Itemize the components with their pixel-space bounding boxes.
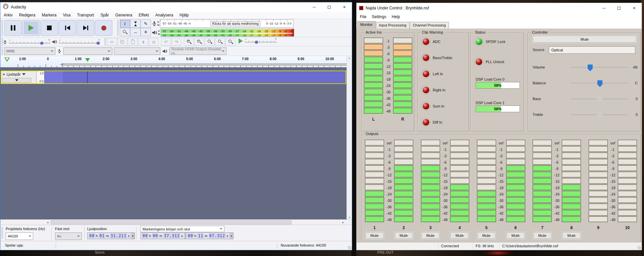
maximize-button[interactable] [611, 3, 627, 13]
slider-thumb[interactable] [255, 41, 258, 44]
menu-arkiv[interactable]: Arkiv [4, 13, 13, 17]
mute-button-channel-6[interactable]: Mute [506, 232, 525, 239]
time-digits[interactable]: 00 [142, 233, 149, 239]
toolbar-grabber[interactable] [1, 227, 3, 239]
timeline-pin-icon[interactable] [4, 57, 10, 62]
selection-start-value[interactable]: 00h00m37.312s▾ [141, 232, 188, 239]
redo-button[interactable]: ↷ [171, 38, 181, 46]
stop-button[interactable] [41, 20, 58, 36]
time-format-dropdown-icon[interactable]: ▾ [229, 233, 233, 239]
menu-settings[interactable]: Settings [372, 14, 386, 19]
multi-tool-button[interactable]: ✳ [141, 28, 151, 36]
balance-slider[interactable] [571, 83, 628, 84]
envelope-tool-button[interactable] [130, 19, 141, 28]
horizontal-scrollbar[interactable]: ◄ ► [0, 219, 352, 225]
slider-thumb[interactable] [97, 42, 100, 45]
project-rate-select[interactable]: 44100 [6, 232, 33, 240]
menu-generera[interactable]: Generera [115, 13, 132, 17]
time-digits[interactable]: 11 [197, 233, 204, 239]
close-button[interactable]: ✕ [337, 2, 352, 12]
track-close-icon[interactable]: ✕ [2, 73, 5, 76]
track-menu-icon[interactable] [22, 73, 25, 75]
toolbar-grabber[interactable] [1, 20, 3, 36]
audio-position-value[interactable]: 00h01m31.211s▾ [87, 232, 135, 239]
tab-channel-processing[interactable]: Channel Processing [410, 22, 449, 29]
recording-volume-slider[interactable]: − + [9, 39, 50, 45]
time-format-dropdown-icon[interactable]: ▾ [131, 233, 135, 239]
time-digits[interactable]: 00 [187, 233, 194, 239]
recording-channels-select[interactable] [114, 47, 160, 55]
time-digits[interactable]: 00 [152, 233, 159, 239]
zoom-tool-button[interactable] [120, 28, 130, 36]
resize-grip[interactable] [638, 246, 641, 249]
mute-button-channel-7[interactable]: Mute [533, 232, 551, 239]
selection-end-value[interactable]: 00h11m07.312s▾ [186, 232, 233, 239]
vertical-scrollbar[interactable]: ▲ ▼ [346, 56, 352, 219]
snap-to-select[interactable]: Av [55, 232, 82, 240]
copy-button[interactable] [117, 38, 127, 46]
audio-host-select[interactable]: MME [4, 47, 55, 55]
silence-audio-button[interactable]: |--| [149, 38, 159, 46]
time-digits[interactable]: 37.312 [163, 233, 181, 239]
master-mute-button[interactable]: Mute [533, 36, 637, 43]
paste-button[interactable] [128, 38, 138, 46]
mute-button-channel-8[interactable]: Mute [562, 232, 581, 239]
minimize-button[interactable] [596, 3, 611, 13]
treble-slider[interactable] [571, 114, 628, 115]
record-button[interactable] [95, 20, 112, 36]
menu-redigera[interactable]: Redigera [19, 13, 36, 17]
time-digits[interactable]: 01 [99, 233, 105, 239]
playback-speed-slider[interactable]: − + [245, 38, 277, 44]
mute-button-channel-5[interactable]: Mute [477, 232, 495, 239]
mute-button-channel-3[interactable]: Mute [421, 232, 439, 239]
menu-markera[interactable]: Markera [42, 13, 56, 17]
timeline-ruler[interactable]: 1:0001:002:003:004:005:006:007:008:009:0… [0, 56, 346, 68]
menu-transport[interactable]: Transport [77, 13, 94, 17]
skip-to-end-button[interactable] [77, 20, 94, 36]
scroll-down-icon[interactable]: ▼ [348, 216, 351, 219]
scroll-right-icon[interactable]: ► [340, 220, 346, 225]
time-digits[interactable]: 31.211 [110, 233, 127, 239]
cut-button[interactable]: ✂ [107, 38, 117, 46]
mute-button-channel-1[interactable]: Mute [366, 232, 384, 239]
playhead-icon[interactable] [85, 58, 90, 62]
menu-analysera[interactable]: Analysera [155, 13, 173, 17]
tab-input-processing[interactable]: Input Processing [376, 22, 410, 29]
menu-effekt[interactable]: Effekt [139, 13, 149, 17]
recording-meter[interactable]: -57 -54 -51 -48 -45 -4 8 -15 -12 -9 -6 -… [160, 19, 293, 28]
menu-hj-lp[interactable]: Hjälp [179, 13, 189, 17]
minimize-button[interactable] [307, 2, 322, 12]
scrollbar-thumb[interactable] [51, 220, 291, 224]
mute-button-channel-2[interactable]: Mute [395, 232, 413, 239]
zoom-toggle-button[interactable] [225, 38, 235, 46]
track-collapse-button[interactable] [2, 78, 31, 83]
menu-file[interactable]: File [360, 14, 366, 19]
time-shift-tool-button[interactable]: ↔ [130, 28, 141, 36]
playback-meter-toolbar[interactable]: VH -57-54-51-48-45-42-39-36-33-30-27-24-… [152, 28, 294, 37]
slider-thumb[interactable] [597, 80, 602, 87]
menu-help[interactable]: Help [392, 14, 400, 19]
track-waveform[interactable] [45, 71, 345, 83]
audacity-titlebar[interactable]: Audacity ✕ [0, 2, 352, 12]
undo-button[interactable]: ↶ [161, 38, 171, 46]
scroll-left-icon[interactable]: ◄ [45, 220, 50, 225]
toolbar-grabber[interactable] [117, 20, 119, 36]
menu-sp-r[interactable]: Spår [100, 13, 109, 17]
volume-slider[interactable] [571, 67, 628, 68]
zoom-in-button[interactable]: + [184, 38, 194, 46]
slider-thumb[interactable] [40, 42, 43, 45]
slider-thumb[interactable] [597, 96, 602, 103]
pause-button[interactable] [4, 20, 22, 36]
track-workspace[interactable]: ✕ Ljudspår 1,0 -0,0 [0, 68, 346, 219]
playback-meter[interactable]: -57-54-51-48-45-42-39-36-33-30-27-24-21-… [161, 29, 294, 37]
track-control-panel[interactable]: ✕ Ljudspår [1, 71, 36, 83]
time-digits[interactable]: 00 [89, 233, 95, 239]
recording-device-select[interactable] [63, 47, 112, 55]
menu-visa[interactable]: Visa [63, 13, 70, 17]
close-button[interactable]: ✕ [627, 3, 642, 13]
draw-tool-button[interactable]: ✎ [141, 19, 151, 28]
maximize-button[interactable] [322, 2, 337, 12]
selection-tool-button[interactable]: I [120, 19, 130, 28]
source-select[interactable]: Optical [549, 46, 635, 54]
play-at-speed-icon[interactable] [238, 38, 243, 44]
